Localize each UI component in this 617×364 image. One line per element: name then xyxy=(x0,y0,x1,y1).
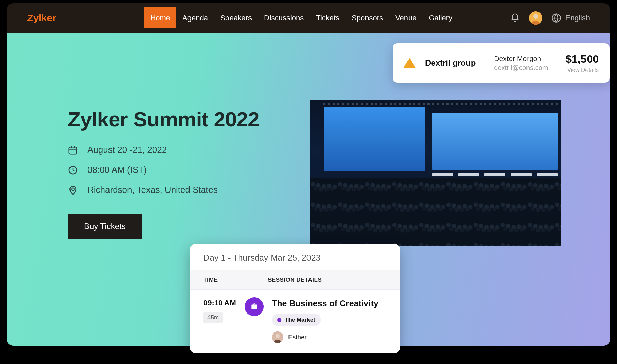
event-date-row: August 20 -21, 2022 xyxy=(68,145,259,155)
event-location-row: Richardson, Texas, United States xyxy=(68,185,259,195)
buy-tickets-button[interactable]: Buy Tickets xyxy=(68,214,142,239)
nav-speakers[interactable]: Speakers xyxy=(214,7,258,28)
sponsor-contact-email: dextril@cons.com xyxy=(494,64,548,72)
main-nav: Home Agenda Speakers Discussions Tickets… xyxy=(144,7,458,28)
agenda-session-row[interactable]: 09:10 AM 45m The Business of Creativity … xyxy=(190,290,400,353)
sponsor-group-name: Dextril group xyxy=(425,58,476,68)
speaker-avatar xyxy=(272,331,283,343)
session-tag-label: The Market xyxy=(285,317,315,323)
svg-point-5 xyxy=(72,188,74,190)
agenda-card: Day 1 - Thursday Mar 25, 2023 TIME SESSI… xyxy=(190,244,400,353)
hero-image xyxy=(310,100,561,246)
view-details-link[interactable]: View Details xyxy=(565,67,599,74)
svg-point-1 xyxy=(533,14,538,19)
nav-venue[interactable]: Venue xyxy=(389,7,422,28)
language-selector[interactable]: English xyxy=(551,13,590,23)
agenda-col-details: SESSION DETAILS xyxy=(254,270,335,289)
globe-icon xyxy=(551,13,561,23)
brand-logo[interactable]: Zylker xyxy=(27,12,56,24)
event-title: Zylker Summit 2022 xyxy=(68,107,259,131)
clock-icon xyxy=(68,165,78,175)
topbar: Zylker Home Agenda Speakers Discussions … xyxy=(7,3,610,33)
nav-sponsors[interactable]: Sponsors xyxy=(345,7,389,28)
location-icon xyxy=(68,185,78,195)
topbar-actions: English xyxy=(510,11,590,25)
session-title: The Business of Creativity xyxy=(272,299,378,308)
nav-agenda[interactable]: Agenda xyxy=(176,7,214,28)
event-date: August 20 -21, 2022 xyxy=(87,145,167,155)
nav-home[interactable]: Home xyxy=(144,7,176,28)
briefcase-icon xyxy=(245,297,264,316)
notifications-icon[interactable] xyxy=(510,13,520,23)
tag-dot-icon xyxy=(277,318,281,322)
nav-discussions[interactable]: Discussions xyxy=(258,7,310,28)
sponsor-card: Dextril group Dexter Morgon dextril@cons… xyxy=(393,43,610,83)
event-time: 08:00 AM (IST) xyxy=(87,165,147,175)
event-time-row: 08:00 AM (IST) xyxy=(68,165,259,175)
hero-content: Zylker Summit 2022 August 20 -21, 2022 0… xyxy=(68,107,259,239)
nav-tickets[interactable]: Tickets xyxy=(310,7,345,28)
session-duration: 45m xyxy=(203,312,223,323)
agenda-col-time: TIME xyxy=(190,270,254,289)
sponsor-amount: $1,500 xyxy=(565,53,599,65)
language-label: English xyxy=(565,14,590,22)
sponsor-contact-name: Dexter Morgon xyxy=(494,55,548,63)
sponsor-logo-icon xyxy=(403,58,416,68)
calendar-icon xyxy=(68,145,78,155)
svg-rect-3 xyxy=(69,147,77,154)
agenda-day-heading: Day 1 - Thursday Mar 25, 2023 xyxy=(190,244,400,270)
svg-point-7 xyxy=(276,334,280,338)
user-avatar[interactable] xyxy=(529,11,542,25)
nav-gallery[interactable]: Gallery xyxy=(422,7,458,28)
session-tag[interactable]: The Market xyxy=(272,314,321,326)
event-location: Richardson, Texas, United States xyxy=(87,185,218,195)
session-speaker[interactable]: Esther xyxy=(272,331,378,343)
speaker-name: Esther xyxy=(288,333,307,341)
